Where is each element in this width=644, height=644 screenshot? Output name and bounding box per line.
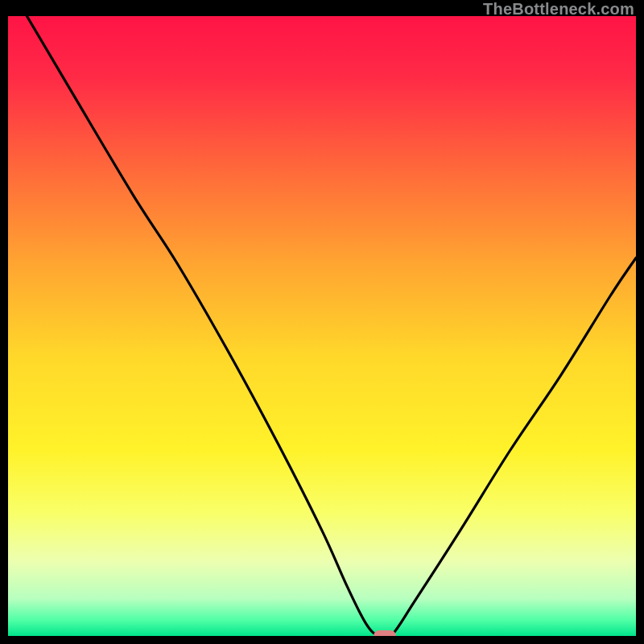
chart-frame: [8, 16, 636, 636]
gradient-background: [8, 16, 636, 636]
bottleneck-chart: [8, 16, 636, 636]
optimum-marker: [374, 630, 396, 636]
